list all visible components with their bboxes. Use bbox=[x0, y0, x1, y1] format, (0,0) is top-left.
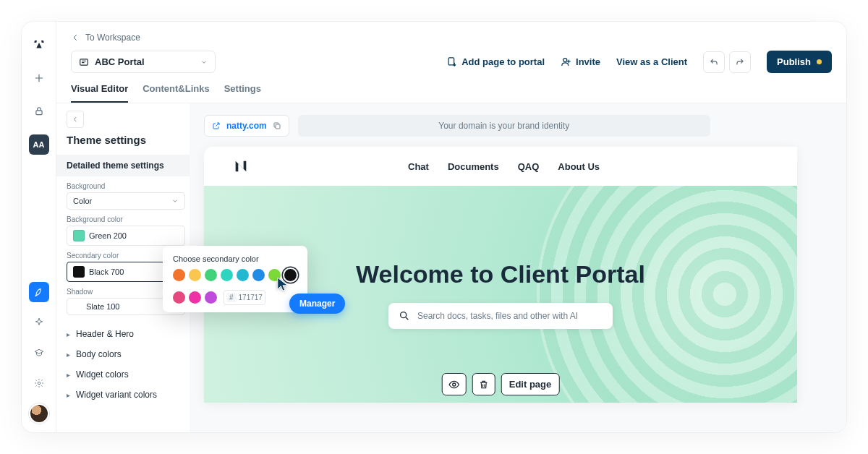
chevron-down-icon bbox=[200, 59, 208, 66]
menu-documents[interactable]: Documents bbox=[448, 161, 499, 172]
publish-button[interactable]: Publish bbox=[767, 51, 832, 73]
hero-title: Welcome to Client Portal bbox=[356, 260, 645, 288]
tab-settings[interactable]: Settings bbox=[224, 83, 261, 103]
svg-point-1 bbox=[38, 382, 41, 385]
copy-icon[interactable] bbox=[273, 121, 281, 130]
editor-tabs: Visual Editor Content&Links Settings bbox=[56, 83, 846, 103]
svg-point-4 bbox=[563, 59, 567, 62]
external-link-icon bbox=[212, 121, 221, 130]
color-swatch[interactable] bbox=[205, 269, 217, 281]
back-label: To Workspace bbox=[85, 33, 140, 43]
undo-button[interactable] bbox=[703, 51, 725, 73]
svg-point-6 bbox=[401, 312, 407, 317]
menu-chat[interactable]: Chat bbox=[408, 161, 429, 172]
bg-label: Background bbox=[67, 182, 185, 190]
cursor-tooltip: Manager bbox=[289, 294, 345, 314]
rocket-icon[interactable] bbox=[29, 282, 49, 302]
text-style-button[interactable]: AA bbox=[29, 134, 49, 155]
row-widget-colors[interactable]: ▸Widget colors bbox=[67, 364, 185, 385]
color-swatch[interactable] bbox=[252, 269, 265, 281]
status-dot-icon bbox=[817, 59, 822, 64]
color-swatch[interactable] bbox=[189, 269, 201, 281]
cursor-icon bbox=[276, 276, 289, 292]
hero-search-input[interactable]: Search docs, tasks, files and other with… bbox=[388, 303, 613, 329]
sidebar-group-head: Detailed theme settings bbox=[56, 155, 190, 176]
color-swatch[interactable] bbox=[237, 269, 249, 281]
add-page-button[interactable]: Add page to portal bbox=[446, 56, 545, 67]
portal-logo bbox=[233, 158, 249, 174]
left-rail: AA bbox=[22, 22, 56, 432]
domain-chip[interactable]: natty.com bbox=[204, 115, 289, 137]
invite-button[interactable]: Invite bbox=[561, 56, 600, 67]
redo-button[interactable] bbox=[729, 51, 751, 73]
tab-content-links[interactable]: Content&Links bbox=[142, 83, 209, 103]
swatch-icon bbox=[73, 230, 85, 241]
swatch-icon bbox=[73, 266, 85, 278]
project-name: ABC Portal bbox=[95, 56, 145, 67]
eye-icon bbox=[448, 379, 460, 390]
search-icon bbox=[399, 310, 410, 322]
menu-about[interactable]: About Us bbox=[558, 161, 600, 172]
background-select[interactable]: Color bbox=[67, 192, 185, 210]
avatar[interactable] bbox=[29, 403, 49, 424]
settings-icon[interactable] bbox=[29, 373, 49, 393]
hex-input[interactable]: #171717 bbox=[224, 290, 265, 305]
view-as-client[interactable]: View as a Client bbox=[616, 56, 687, 67]
color-swatch[interactable] bbox=[189, 291, 201, 304]
row-body-colors[interactable]: ▸Body colors bbox=[67, 344, 185, 364]
portal-menu: Chat Documents QAQ About Us bbox=[408, 161, 600, 172]
sidebar-title: Theme settings bbox=[67, 134, 185, 146]
chevron-down-icon bbox=[171, 197, 179, 205]
color-swatch[interactable] bbox=[205, 291, 217, 304]
tab-visual-editor[interactable]: Visual Editor bbox=[71, 83, 128, 103]
sparkle-icon[interactable] bbox=[29, 312, 49, 333]
add-icon[interactable] bbox=[29, 68, 49, 88]
topbar: To Workspace ABC Portal Add page to port… bbox=[56, 22, 846, 73]
logo-icon[interactable] bbox=[29, 35, 49, 55]
project-select[interactable]: ABC Portal bbox=[71, 51, 216, 73]
svg-rect-0 bbox=[35, 111, 41, 115]
lock-icon[interactable] bbox=[29, 101, 49, 121]
delete-button[interactable] bbox=[472, 373, 495, 395]
menu-qaq[interactable]: QAQ bbox=[518, 161, 540, 172]
color-swatch[interactable] bbox=[221, 269, 233, 281]
background-color-select[interactable]: Green 200 bbox=[67, 226, 185, 246]
edit-page-button[interactable]: Edit page bbox=[501, 373, 560, 395]
color-swatch[interactable] bbox=[173, 269, 185, 281]
preview-visibility-button[interactable] bbox=[442, 373, 467, 395]
row-widget-variant[interactable]: ▸Widget variant colors bbox=[67, 385, 185, 405]
row-header-hero[interactable]: ▸Header & Hero bbox=[67, 324, 185, 344]
popover-title: Choose secondary color bbox=[173, 254, 297, 263]
trash-icon bbox=[479, 379, 489, 390]
svg-point-7 bbox=[453, 383, 456, 386]
sidebar-back-button[interactable] bbox=[67, 111, 84, 128]
bgcolor-label: Background color bbox=[67, 215, 185, 223]
svg-rect-3 bbox=[448, 58, 454, 65]
color-swatch[interactable] bbox=[173, 291, 185, 304]
back-to-workspace[interactable]: To Workspace bbox=[71, 33, 140, 43]
domain-hint: Your domain is your brand identity bbox=[298, 115, 710, 137]
education-icon[interactable] bbox=[29, 343, 49, 363]
svg-rect-5 bbox=[276, 124, 280, 129]
